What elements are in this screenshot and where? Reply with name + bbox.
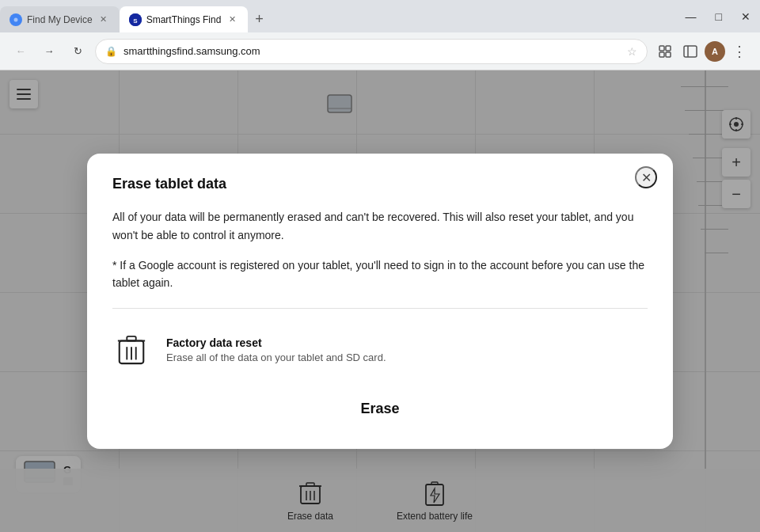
minimize-button[interactable]: — bbox=[682, 7, 700, 26]
maximize-button[interactable]: □ bbox=[712, 7, 725, 26]
modal-overlay[interactable]: ✕ Erase tablet data All of your data wil… bbox=[0, 70, 760, 532]
toolbar-right: A ⋮ bbox=[654, 40, 750, 63]
svg-rect-5 bbox=[659, 52, 664, 57]
title-bar: Find My Device ✕ S SmartThings Find ✕ + … bbox=[0, 0, 760, 32]
modal-close-button[interactable]: ✕ bbox=[635, 166, 657, 188]
lock-icon: 🔒 bbox=[105, 46, 117, 57]
modal-title: Erase tablet data bbox=[112, 176, 648, 192]
factory-reset-subtitle: Erase all of the data on your tablet and… bbox=[166, 352, 386, 363]
profile-avatar[interactable]: A bbox=[705, 41, 725, 62]
factory-reset-title: Factory data reset bbox=[166, 336, 386, 349]
url-text: smartthingsfind.samsung.com bbox=[124, 45, 621, 57]
erase-tablet-modal: ✕ Erase tablet data All of your data wil… bbox=[87, 154, 673, 449]
forward-button[interactable]: → bbox=[38, 40, 60, 63]
modal-footer: Erase bbox=[112, 394, 648, 424]
svg-text:S: S bbox=[133, 17, 138, 24]
extensions-button[interactable] bbox=[654, 40, 676, 63]
tab-label-smartthings: SmartThings Find bbox=[146, 14, 222, 25]
page-content: G Erase data bbox=[0, 70, 760, 532]
reload-button[interactable]: ↻ bbox=[66, 40, 89, 63]
star-icon[interactable]: ☆ bbox=[627, 45, 637, 58]
svg-rect-4 bbox=[666, 46, 671, 51]
menu-button[interactable]: ⋮ bbox=[728, 40, 750, 63]
svg-rect-29 bbox=[127, 336, 135, 341]
modal-body-paragraph1: All of your data will be permanently era… bbox=[112, 208, 648, 244]
back-button[interactable]: ← bbox=[10, 40, 32, 63]
svg-rect-7 bbox=[684, 46, 697, 57]
modal-option-text: Factory data reset Erase all of the data… bbox=[166, 336, 386, 363]
modal-body-paragraph2: * If a Google account is registered on y… bbox=[112, 256, 648, 292]
tab-label-find-my-device: Find My Device bbox=[27, 14, 93, 25]
tab-favicon-google bbox=[10, 13, 22, 26]
close-button[interactable]: ✕ bbox=[738, 7, 754, 26]
tab-close-find-my-device[interactable]: ✕ bbox=[97, 13, 110, 26]
svg-rect-3 bbox=[659, 46, 664, 51]
tab-find-my-device[interactable]: Find My Device ✕ bbox=[0, 6, 120, 32]
new-tab-button[interactable]: + bbox=[248, 6, 270, 32]
sidebar-button[interactable] bbox=[679, 40, 701, 63]
svg-rect-6 bbox=[666, 52, 671, 57]
modal-option-factory-reset: Factory data reset Erase all of the data… bbox=[112, 325, 648, 375]
erase-confirm-button[interactable]: Erase bbox=[335, 394, 424, 424]
tab-close-smartthings[interactable]: ✕ bbox=[226, 13, 238, 26]
window-controls: — □ ✕ bbox=[676, 0, 760, 32]
factory-reset-icon bbox=[112, 331, 150, 369]
tab-bar: Find My Device ✕ S SmartThings Find ✕ + bbox=[0, 0, 676, 32]
browser-window: Find My Device ✕ S SmartThings Find ✕ + … bbox=[0, 0, 760, 532]
tab-smartthings-find[interactable]: S SmartThings Find ✕ bbox=[120, 6, 249, 32]
modal-divider bbox=[112, 308, 648, 309]
tab-favicon-samsung: S bbox=[129, 13, 142, 26]
url-bar[interactable]: 🔒 smartthingsfind.samsung.com ☆ bbox=[95, 39, 648, 64]
address-bar: ← → ↻ 🔒 smartthingsfind.samsung.com ☆ bbox=[0, 32, 760, 70]
